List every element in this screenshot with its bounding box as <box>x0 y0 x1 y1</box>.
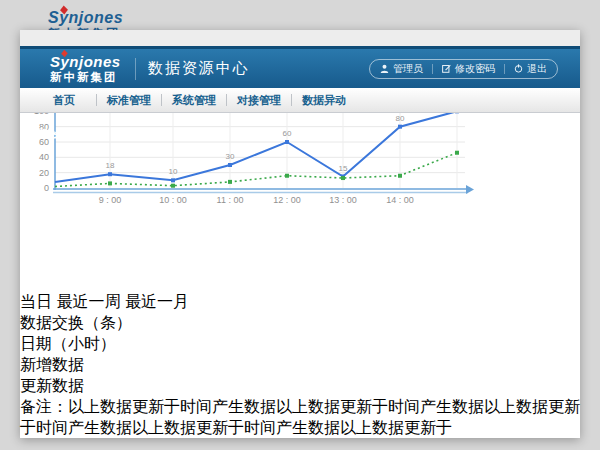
main-nav: 首页 标准管理 系统管理 对接管理 数据异动 <box>20 88 580 113</box>
change-password-label: 修改密码 <box>455 62 495 76</box>
page-title: 数据资源中心 <box>148 59 250 78</box>
power-icon <box>514 64 523 73</box>
y-axis-title: 数据交换（条） <box>20 313 580 334</box>
x-axis-title: 日期（小时） <box>20 334 580 355</box>
period-radio-group: 当日 最近一周 最近一月 <box>20 292 580 313</box>
nav-item-standard-mgmt[interactable]: 标准管理 <box>97 93 161 108</box>
window-top-strip <box>20 30 580 46</box>
svg-text:9 : 00: 9 : 00 <box>99 195 122 205</box>
footnote-text: 以上数据更新于时间产生数据以上数据更新于时间产生数据以上数据更新于时间产生数据以… <box>20 398 580 436</box>
legend-item-new-data: 新增数据 <box>20 355 580 376</box>
footnote-label: 备注： <box>20 398 68 415</box>
nav-item-data-change[interactable]: 数据异动 <box>292 93 356 108</box>
radio-label: 当日 <box>20 293 52 310</box>
user-toolbar: 管理员 修改密码 退出 <box>369 59 558 79</box>
brand-logo-cn: 新中新集团 <box>50 72 121 84</box>
header-divider <box>135 58 136 80</box>
admin-user-label: 管理员 <box>393 62 423 76</box>
admin-user-button[interactable]: 管理员 <box>380 62 423 76</box>
radio-last-month[interactable]: 最近一月 <box>125 293 189 310</box>
edit-icon <box>442 64 451 73</box>
svg-text:80: 80 <box>396 114 405 123</box>
radio-today[interactable]: 当日 <box>20 293 56 310</box>
svg-text:30: 30 <box>226 152 235 161</box>
svg-text:14 : 00: 14 : 00 <box>386 195 414 205</box>
svg-text:13 : 00: 13 : 00 <box>329 195 357 205</box>
radio-label: 最近一月 <box>125 293 189 310</box>
legend-item-updated-data: 更新数据 <box>20 376 580 397</box>
logout-label: 退出 <box>527 62 547 76</box>
legend-label: 更新数据 <box>20 377 84 394</box>
svg-text:11 : 00: 11 : 00 <box>217 195 244 205</box>
radio-label: 最近一周 <box>56 293 120 310</box>
toolbar-separator <box>504 64 505 74</box>
legend-label: 新增数据 <box>20 356 84 373</box>
svg-text:10 : 00: 10 : 00 <box>159 195 187 205</box>
app-window: Synjones 新中新集团 数据资源中心 管理员 修改密码 退出 首页 标准管 <box>20 30 580 438</box>
brand-logo-en: Synjones <box>48 10 123 26</box>
user-icon <box>380 64 389 73</box>
header-brand-logo: Synjones 新中新集团 <box>50 54 121 84</box>
nav-item-system-mgmt[interactable]: 系统管理 <box>162 93 226 108</box>
svg-text:0: 0 <box>44 183 49 193</box>
footnote: 备注：以上数据更新于时间产生数据以上数据更新于时间产生数据以上数据更新于时间产生… <box>20 397 580 439</box>
svg-text:10: 10 <box>169 167 178 176</box>
nav-item-interface-mgmt[interactable]: 对接管理 <box>227 93 291 108</box>
change-password-button[interactable]: 修改密码 <box>442 62 495 76</box>
app-header: Synjones 新中新集团 数据资源中心 管理员 修改密码 退出 <box>20 46 580 88</box>
svg-text:15: 15 <box>339 164 348 173</box>
nav-item-home[interactable]: 首页 <box>32 93 96 108</box>
toolbar-separator <box>432 64 433 74</box>
radio-last-week[interactable]: 最近一周 <box>56 293 124 310</box>
svg-text:20: 20 <box>39 168 49 178</box>
svg-text:18: 18 <box>106 161 115 170</box>
svg-text:40: 40 <box>39 152 49 162</box>
logout-button[interactable]: 退出 <box>514 62 547 76</box>
svg-text:60: 60 <box>283 129 292 138</box>
svg-text:12 : 00: 12 : 00 <box>273 195 301 205</box>
brand-logo-en: Synjones <box>50 54 121 69</box>
